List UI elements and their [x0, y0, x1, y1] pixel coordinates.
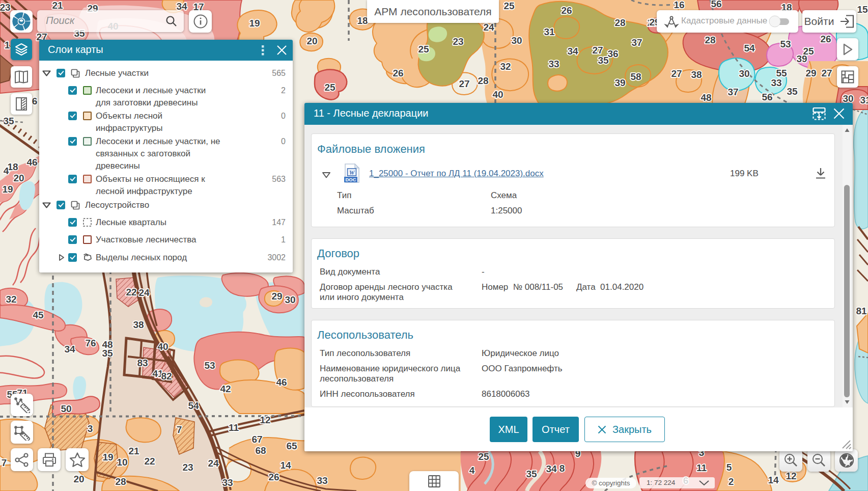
svg-text:54: 54 [188, 400, 199, 411]
svg-text:26: 26 [561, 5, 572, 16]
svg-text:65: 65 [286, 441, 297, 451]
svg-text:28: 28 [705, 35, 715, 45]
svg-text:39: 39 [796, 53, 807, 64]
svg-text:30: 30 [739, 68, 749, 79]
svg-text:33: 33 [317, 475, 327, 486]
svg-text:34: 34 [546, 463, 557, 474]
svg-text:11: 11 [696, 462, 707, 473]
svg-text:23: 23 [182, 462, 193, 473]
svg-text:67: 67 [251, 434, 262, 445]
svg-text:27: 27 [671, 68, 682, 79]
svg-text:23: 23 [0, 2, 11, 13]
svg-text:12: 12 [260, 415, 270, 425]
svg-text:4: 4 [4, 166, 9, 176]
svg-text:50: 50 [61, 403, 71, 414]
svg-text:5: 5 [726, 462, 732, 473]
svg-text:33: 33 [222, 477, 233, 488]
svg-text:1: 1 [5, 40, 10, 50]
svg-text:39: 39 [614, 77, 625, 88]
svg-text:20: 20 [73, 474, 84, 484]
svg-text:25: 25 [324, 82, 335, 93]
svg-text:8: 8 [559, 463, 565, 474]
svg-text:45: 45 [33, 310, 44, 320]
svg-text:56: 56 [711, 0, 721, 9]
svg-text:81: 81 [856, 306, 867, 316]
svg-text:4: 4 [469, 465, 475, 476]
svg-text:24: 24 [138, 287, 150, 298]
svg-text:26: 26 [268, 472, 279, 482]
svg-text:6: 6 [32, 96, 38, 106]
svg-text:12: 12 [786, 471, 796, 481]
svg-text:32: 32 [500, 61, 511, 72]
svg-text:29: 29 [805, 68, 816, 78]
svg-text:21: 21 [52, 0, 63, 11]
svg-text:7: 7 [177, 424, 182, 435]
svg-text:22: 22 [144, 456, 155, 467]
svg-text:19: 19 [2, 184, 13, 195]
svg-text:14: 14 [280, 460, 291, 471]
svg-text:68: 68 [255, 445, 266, 456]
svg-text:58: 58 [630, 71, 641, 82]
svg-text:29: 29 [271, 291, 282, 302]
svg-text:15: 15 [857, 4, 868, 15]
svg-text:38: 38 [691, 69, 702, 80]
svg-text:46: 46 [26, 157, 37, 168]
svg-text:27: 27 [821, 68, 832, 78]
svg-text:35: 35 [526, 469, 537, 479]
svg-text:11: 11 [229, 422, 239, 433]
svg-text:35: 35 [787, 86, 798, 97]
svg-text:20: 20 [13, 173, 24, 183]
svg-text:30: 30 [511, 35, 522, 46]
svg-text:35: 35 [598, 55, 609, 66]
svg-text:40: 40 [492, 89, 503, 100]
svg-text:46: 46 [276, 377, 287, 388]
svg-text:33: 33 [771, 77, 781, 88]
svg-text:25: 25 [418, 44, 429, 54]
svg-text:W: W [349, 169, 355, 176]
svg-text:2: 2 [729, 476, 734, 487]
svg-text:53: 53 [780, 39, 791, 49]
svg-text:26: 26 [393, 68, 403, 78]
svg-text:10: 10 [117, 457, 127, 468]
svg-text:26: 26 [820, 34, 831, 44]
svg-text:24: 24 [483, 22, 494, 33]
svg-text:37: 37 [631, 37, 642, 48]
svg-text:30: 30 [843, 93, 853, 104]
svg-text:18: 18 [7, 161, 18, 172]
svg-text:7: 7 [2, 457, 7, 468]
svg-text:53: 53 [204, 360, 215, 371]
svg-text:54: 54 [744, 43, 755, 53]
svg-text:16: 16 [674, 0, 684, 10]
svg-text:40: 40 [157, 341, 168, 352]
svg-text:31: 31 [544, 26, 555, 37]
svg-text:83: 83 [137, 358, 148, 368]
svg-text:19: 19 [102, 452, 113, 462]
svg-text:31: 31 [860, 95, 868, 105]
svg-text:18: 18 [357, 15, 368, 26]
svg-text:24: 24 [208, 458, 219, 469]
svg-text:34: 34 [567, 46, 578, 57]
svg-text:82: 82 [161, 371, 172, 381]
svg-text:20: 20 [306, 36, 317, 46]
svg-text:38: 38 [133, 319, 144, 330]
svg-text:30: 30 [285, 294, 295, 305]
svg-text:27: 27 [592, 45, 603, 56]
svg-text:14: 14 [768, 475, 779, 485]
svg-text:28: 28 [478, 75, 488, 86]
svg-text:34: 34 [64, 344, 75, 354]
svg-text:33: 33 [548, 59, 559, 69]
svg-text:19: 19 [249, 18, 260, 29]
svg-text:25: 25 [478, 451, 489, 462]
svg-text:42: 42 [220, 384, 231, 394]
svg-text:28: 28 [115, 476, 126, 487]
svg-text:35: 35 [102, 348, 113, 359]
svg-text:28: 28 [614, 17, 625, 28]
svg-text:3: 3 [88, 423, 93, 434]
svg-text:55: 55 [776, 68, 787, 78]
svg-text:32: 32 [6, 294, 16, 305]
svg-text:56: 56 [762, 92, 772, 102]
svg-text:23: 23 [453, 36, 463, 47]
svg-text:27: 27 [459, 78, 469, 89]
svg-text:DOC: DOC [345, 177, 356, 182]
svg-text:25: 25 [503, 1, 515, 11]
